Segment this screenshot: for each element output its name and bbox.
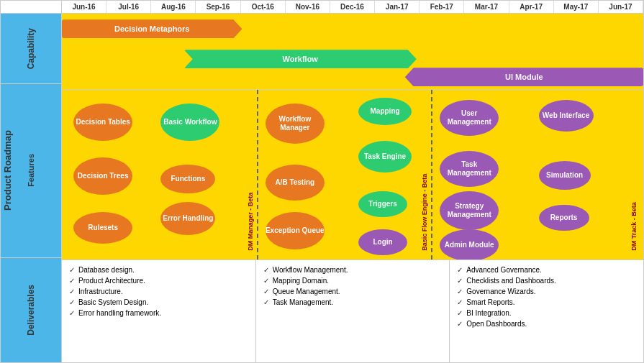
- workflow-label: Workflow: [283, 55, 318, 63]
- deliverable-item: Smart Reports.: [457, 298, 636, 306]
- workflow-manager-oval: Workflow Manager: [266, 104, 325, 144]
- decision-metaphors-label: Decision Metaphors: [114, 24, 190, 33]
- login-oval: Login: [358, 229, 407, 255]
- deliverable-item: Queue Management.: [263, 288, 443, 295]
- deliverable-item: Task Management.: [263, 298, 443, 306]
- deliverables-section-3: Advanced Governance.Checklists and Dashb…: [450, 260, 643, 362]
- left-labels: Capability Product Roadmap Features Deli…: [1, 14, 62, 362]
- decision-metaphors-bar: Decision Metaphors: [62, 19, 242, 38]
- beta-label-3: DM Track - Beta: [630, 98, 638, 251]
- main-body: Capability Product Roadmap Features Deli…: [1, 14, 643, 362]
- deliverable-item: Governance Wizards.: [457, 288, 636, 295]
- capability-text: Capability: [26, 28, 36, 69]
- vline-1: [257, 90, 258, 260]
- task-management-oval: Task Management: [440, 151, 499, 187]
- deliverable-item: Basic System Design.: [69, 298, 248, 306]
- features-text: Features: [27, 154, 35, 187]
- timeline-col-dec16: Dec-16: [330, 1, 375, 13]
- basic-workflow-oval: Basic Workflow: [160, 104, 219, 141]
- deliverables-row: Database design.Product Architecture.Inf…: [62, 260, 643, 362]
- product-roadmap-text: Product Roadmap: [2, 130, 13, 211]
- triggers-oval: Triggers: [358, 191, 407, 217]
- features-label: Product Roadmap Features: [1, 83, 61, 259]
- web-interface-oval: Web Interface: [539, 100, 594, 132]
- capability-label: Capability: [1, 14, 61, 83]
- reports-oval: Reports: [539, 205, 589, 231]
- rulesets-oval: Rulesets: [73, 212, 132, 244]
- content-area: Decision Metaphors Workflow UI Module D: [62, 14, 643, 362]
- timeline-col-mar17: Mar-17: [464, 1, 509, 13]
- timeline-col-feb17: Feb-17: [419, 1, 464, 13]
- deliverable-item: BI Integration.: [457, 309, 636, 317]
- timeline-col-jun16: Jun-16: [62, 1, 106, 13]
- deliverable-item: Advanced Governance.: [457, 266, 636, 274]
- timeline-columns: Jun-16Jul-16Aug-16Sep-16Oct-16Nov-16Dec-…: [62, 1, 643, 13]
- timeline-col-jun17: Jun-17: [599, 1, 643, 13]
- decision-tables-oval: Decision Tables: [73, 104, 132, 141]
- timeline-col-sep16: Sep-16: [196, 1, 240, 13]
- deliverable-item: Database design.: [69, 266, 248, 274]
- user-management-oval: User Management: [440, 100, 499, 136]
- timeline-col-jan17: Jan-17: [375, 1, 419, 13]
- deliverables-section-2: Workflow Management.Mapping Domain.Queue…: [256, 260, 450, 362]
- ui-module-label: UI Module: [505, 73, 543, 81]
- timeline-col-apr17: Apr-17: [509, 1, 554, 13]
- timeline-col-nov16: Nov-16: [286, 1, 330, 13]
- deliverable-item: Checklists and Dashboards.: [457, 277, 636, 285]
- beta-label-1: DM Manager - Beta: [247, 98, 254, 251]
- ab-testing-oval: A/B Testing: [266, 165, 325, 201]
- admin-module-oval: Admin Module: [440, 229, 499, 261]
- deliverable-item: Error handling framework.: [69, 309, 248, 317]
- deliverables-label: Deliverables: [1, 258, 61, 362]
- features-row: Decision Tables Decision Trees Rulesets …: [62, 90, 643, 261]
- functions-oval: Functions: [160, 165, 215, 193]
- capability-row: Decision Metaphors Workflow UI Module: [62, 14, 643, 90]
- deliverable-item: Mapping Domain.: [263, 277, 443, 285]
- main-container: Jun-16Jul-16Aug-16Sep-16Oct-16Nov-16Dec-…: [0, 0, 644, 363]
- timeline-col-oct16: Oct-16: [241, 1, 286, 13]
- timeline-col-aug16: Aug-16: [151, 1, 196, 13]
- workflow-bar: Workflow: [184, 50, 417, 68]
- deliverables-text: Deliverables: [26, 285, 36, 336]
- mapping-oval: Mapping: [358, 98, 412, 125]
- spacer: [1, 1, 62, 13]
- beta-label-2: Basic Flow Engine - Beta: [421, 98, 428, 251]
- deliverable-item: Open Dashboards.: [457, 320, 636, 328]
- deliverables-section-1: Database design.Product Architecture.Inf…: [62, 260, 256, 362]
- simulation-oval: Simulation: [539, 161, 591, 190]
- deliverable-item: Workflow Management.: [263, 266, 443, 274]
- deliverable-item: Infrastructure.: [69, 288, 248, 295]
- error-handling-oval: Error Handling: [160, 202, 215, 235]
- timeline-col-jul16: Jul-16: [106, 1, 151, 13]
- strategy-management-oval: Strategy Management: [440, 191, 499, 230]
- vline-2: [431, 90, 432, 260]
- deliverable-item: Product Architecture.: [69, 277, 248, 285]
- decision-trees-oval: Decision Trees: [73, 157, 132, 195]
- exception-queue-oval: Exception Queue: [266, 212, 325, 249]
- ui-module-bar: UI Module: [405, 68, 643, 86]
- timeline-header: Jun-16Jul-16Aug-16Sep-16Oct-16Nov-16Dec-…: [1, 1, 643, 14]
- timeline-col-may17: May-17: [554, 1, 599, 13]
- task-engine-oval: Task Engine: [358, 141, 412, 173]
